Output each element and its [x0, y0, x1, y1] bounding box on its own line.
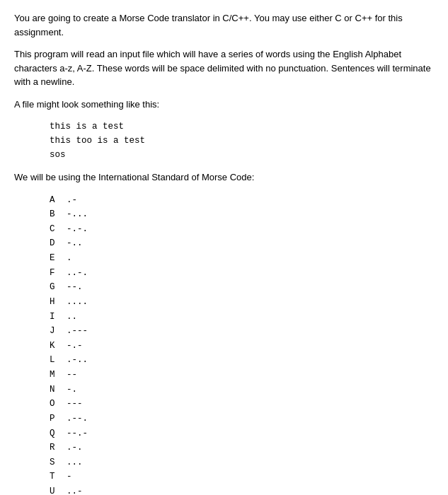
morse-table: A.-B-...C-.-.D-..E.F..-.G--.H....I..J.--…	[50, 193, 434, 496]
morse-code: -.-.	[67, 222, 88, 237]
morse-code: -.-	[67, 339, 83, 354]
morse-row: R.-.	[50, 441, 434, 455]
morse-letter: N	[50, 383, 67, 397]
morse-letter: J	[50, 324, 67, 339]
morse-row: G--.	[50, 280, 434, 295]
morse-row: J.---	[50, 324, 434, 339]
morse-letter: T	[50, 470, 67, 484]
morse-code: --.-	[67, 426, 88, 441]
input-desc-paragraph: This program will read an input file whi…	[14, 47, 434, 89]
morse-code: ..	[67, 310, 77, 325]
morse-letter: O	[50, 397, 67, 412]
morse-row: N-.	[50, 383, 434, 397]
morse-code: -..	[67, 236, 83, 251]
code-example-block: this is a test this too is a test sos	[50, 120, 434, 162]
morse-row: T-	[50, 470, 434, 484]
morse-code: .--.	[67, 412, 88, 426]
morse-letter: P	[50, 412, 67, 426]
morse-code: .---	[67, 324, 88, 339]
morse-code: ---	[67, 397, 83, 412]
morse-letter: L	[50, 353, 67, 368]
morse-row: L.-..	[50, 353, 434, 368]
morse-code: .-.	[67, 441, 83, 455]
morse-code: .	[67, 251, 72, 266]
code-line-3: sos	[50, 148, 434, 162]
morse-row: M--	[50, 368, 434, 383]
morse-code: -	[67, 470, 72, 484]
code-line-1: this is a test	[50, 120, 434, 134]
morse-letter: M	[50, 368, 67, 383]
morse-row: F..-.	[50, 266, 434, 281]
morse-row: D-..	[50, 236, 434, 251]
morse-row: H....	[50, 295, 434, 310]
morse-intro-paragraph: We will be using the International Stand…	[14, 170, 434, 185]
morse-row: I..	[50, 310, 434, 325]
intro-paragraph: You are going to create a Morse Code tra…	[14, 11, 434, 39]
morse-row: P.--.	[50, 412, 434, 426]
morse-letter: R	[50, 441, 67, 455]
morse-code: ...	[67, 455, 83, 470]
file-intro-paragraph: A file might look something like this:	[14, 98, 434, 112]
morse-row: E.	[50, 251, 434, 266]
morse-letter: A	[50, 193, 67, 208]
morse-row: C-.-.	[50, 222, 434, 237]
morse-code: ..-	[67, 484, 83, 495]
morse-letter: U	[50, 484, 67, 495]
morse-letter: G	[50, 280, 67, 295]
morse-letter: E	[50, 251, 67, 266]
morse-letter: Q	[50, 426, 67, 441]
morse-letter: S	[50, 455, 67, 470]
morse-code: -...	[67, 207, 88, 222]
code-line-2: this too is a test	[50, 134, 434, 148]
morse-code: .-..	[67, 353, 88, 368]
morse-letter: C	[50, 222, 67, 237]
morse-code: -.	[67, 383, 77, 397]
morse-letter: K	[50, 339, 67, 354]
morse-row: K-.-	[50, 339, 434, 354]
morse-code: ..-.	[67, 266, 88, 281]
morse-letter: F	[50, 266, 67, 281]
morse-letter: I	[50, 310, 67, 325]
morse-row: S...	[50, 455, 434, 470]
morse-row: Q--.-	[50, 426, 434, 441]
morse-code: .-	[67, 193, 77, 208]
morse-code: --.	[67, 280, 83, 295]
morse-row: A.-	[50, 193, 434, 208]
morse-code: ....	[67, 295, 88, 310]
morse-row: U..-	[50, 484, 434, 495]
morse-letter: H	[50, 295, 67, 310]
morse-letter: B	[50, 207, 67, 222]
morse-row: B-...	[50, 207, 434, 222]
morse-row: O---	[50, 397, 434, 412]
morse-code: --	[67, 368, 77, 383]
morse-letter: D	[50, 236, 67, 251]
page-content: You are going to create a Morse Code tra…	[14, 11, 434, 495]
